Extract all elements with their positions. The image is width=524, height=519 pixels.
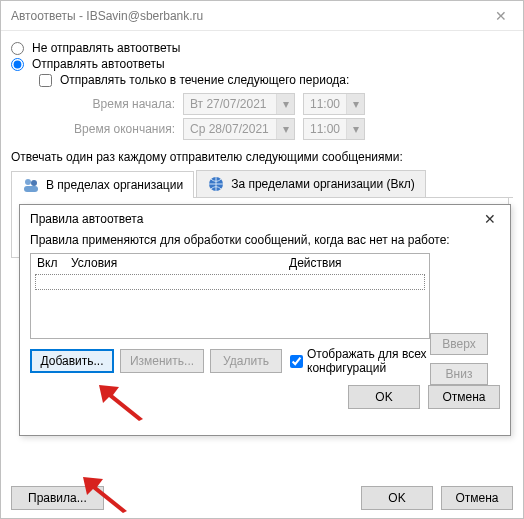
period-checkbox[interactable] [39,74,52,87]
rules-list[interactable]: Вкл Условия Действия [30,253,430,339]
chevron-down-icon: ▾ [346,119,364,139]
col-enabled: Вкл [37,256,71,270]
close-icon[interactable]: ✕ [478,211,502,227]
reply-section-label: Отвечать один раз каждому отправителю сл… [11,150,513,164]
col-conditions: Условия [71,256,289,270]
end-label: Время окончания: [57,122,175,136]
radio-dont-send-input[interactable] [11,42,24,55]
move-down-button[interactable]: Вниз [430,363,488,385]
delete-rule-button[interactable]: Удалить [210,349,282,373]
rules-list-selection[interactable] [35,274,425,290]
rules-ok-button[interactable]: OK [348,385,420,409]
add-rule-button[interactable]: Добавить... [30,349,114,373]
start-date-value: Вт 27/07/2021 [184,97,276,111]
tab-strip: В пределах организации За пределами орга… [11,170,513,198]
close-icon[interactable]: ✕ [479,1,523,31]
people-icon [22,176,40,194]
annotation-arrow-icon [99,385,145,421]
globe-icon [207,175,225,193]
radio-send-label: Отправлять автоответы [32,57,165,71]
radio-send[interactable]: Отправлять автоответы [11,57,513,71]
chevron-down-icon: ▾ [276,119,294,139]
annotation-arrow-icon [83,477,129,513]
radio-send-input[interactable] [11,58,24,71]
col-actions: Действия [289,256,342,270]
svg-rect-2 [24,186,38,192]
start-time-value: 11:00 [304,97,346,111]
start-time-combo: 11:00 ▾ [303,93,365,115]
rules-dialog-title: Правила автоответа [30,212,478,226]
tab-inside-org[interactable]: В пределах организации [11,171,194,198]
period-checkbox-row[interactable]: Отправлять только в течение следующего п… [39,73,513,87]
edit-rule-button[interactable]: Изменить... [120,349,204,373]
ok-button[interactable]: OK [361,486,433,510]
end-date-combo: Ср 28/07/2021 ▾ [183,118,295,140]
period-grid: Время начала: Вт 27/07/2021 ▾ 11:00 ▾ Вр… [57,93,513,140]
window-title: Автоответы - IBSavin@sberbank.ru [11,9,479,23]
radio-dont-send[interactable]: Не отправлять автоответы [11,41,513,55]
chevron-down-icon: ▾ [276,94,294,114]
show-all-checkbox[interactable] [290,355,303,368]
svg-point-1 [31,180,37,186]
end-date-value: Ср 28/07/2021 [184,122,276,136]
tab-outside-label: За пределами организации (Вкл) [231,177,415,191]
end-time-value: 11:00 [304,122,346,136]
rules-cancel-button[interactable]: Отмена [428,385,500,409]
radio-dont-send-label: Не отправлять автоответы [32,41,180,55]
svg-point-0 [25,179,31,185]
period-checkbox-label: Отправлять только в течение следующего п… [60,73,349,87]
start-date-combo: Вт 27/07/2021 ▾ [183,93,295,115]
end-time-combo: 11:00 ▾ [303,118,365,140]
tab-inside-label: В пределах организации [46,178,183,192]
start-label: Время начала: [57,97,175,111]
chevron-down-icon: ▾ [346,94,364,114]
svg-marker-4 [99,385,143,421]
rules-dialog-desc: Правила применяются для обработки сообще… [30,233,500,247]
tab-outside-org[interactable]: За пределами организации (Вкл) [196,170,426,197]
svg-marker-5 [83,477,127,513]
autoresponder-window: Автоответы - IBSavin@sberbank.ru ✕ Не от… [0,0,524,519]
titlebar: Автоответы - IBSavin@sberbank.ru ✕ [1,1,523,31]
rules-dialog: Правила автоответа ✕ Правила применяются… [19,204,511,436]
cancel-button[interactable]: Отмена [441,486,513,510]
move-up-button[interactable]: Вверх [430,333,488,355]
